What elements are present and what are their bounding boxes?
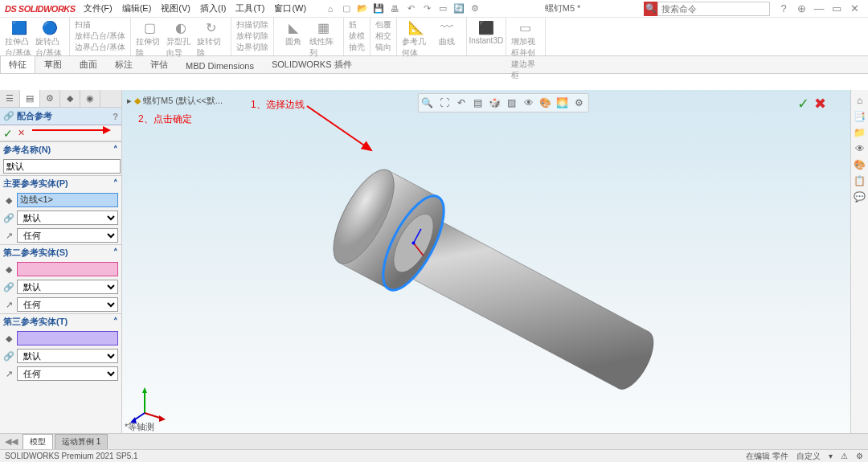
taskpane-props-icon[interactable]: 📋	[853, 174, 867, 188]
qat-open-icon[interactable]: 📂	[356, 2, 369, 15]
rib-button[interactable]: 筋	[349, 19, 357, 31]
corner-cancel-button[interactable]: ✖	[814, 95, 826, 112]
expand-icon[interactable]: ▸	[127, 96, 132, 106]
status-warning-icon[interactable]: ⚠	[841, 452, 848, 460]
taskpane-forum-icon[interactable]: 💬	[853, 190, 867, 204]
tab-surfaces[interactable]: 曲面	[71, 55, 106, 73]
mgr-tab-feature-tree[interactable]: ☰	[0, 90, 20, 107]
boundary-button[interactable]: 边界凸台/基体	[75, 42, 125, 53]
qat-print-icon[interactable]: 🖶	[388, 2, 401, 15]
hole-wizard-button[interactable]: ◐异型孔向导	[166, 19, 195, 59]
revolve-cut-button[interactable]: ↻旋转切除	[197, 19, 226, 59]
qat-new-icon[interactable]: ▢	[340, 2, 353, 15]
tertiary-entity-select[interactable]	[17, 331, 118, 345]
curves-button[interactable]: 〰曲线	[432, 19, 461, 47]
shell-button[interactable]: 抽壳	[349, 42, 365, 53]
qat-undo-icon[interactable]: ↶	[404, 2, 417, 15]
revolve-boss-button[interactable]: 🔵旋转凸台/基体	[35, 19, 64, 59]
mgr-tab-config[interactable]: ⚙	[40, 90, 60, 107]
view-settings-icon[interactable]: ⚙	[572, 96, 587, 110]
zoom-fit-icon[interactable]: 🔍	[420, 96, 435, 110]
maximize-icon[interactable]: ▭	[828, 2, 845, 14]
ref-geom-button[interactable]: 📐参考几何体	[402, 19, 431, 59]
taskpane-resources-icon[interactable]: 📑	[853, 109, 867, 124]
extrude-cut-button[interactable]: ▢拉伸切除	[136, 19, 165, 59]
pm-ok-button[interactable]: ✓	[3, 127, 13, 140]
pm-help-icon[interactable]: ?	[113, 112, 118, 121]
fillet-button[interactable]: ◣圆角	[279, 19, 308, 47]
qat-select-icon[interactable]: ▭	[436, 2, 449, 15]
bounding-box-button[interactable]: ▭增加视框并创建边界框	[511, 19, 540, 81]
status-caret-icon[interactable]: ▾	[829, 452, 833, 460]
taskpane-library-icon[interactable]: 📁	[853, 125, 867, 140]
tab-model[interactable]: 模型	[23, 434, 53, 450]
3d-viewport[interactable]: ▸ ◆ 螺钉M5 (默认<<默... 🔍 ⛶ ↶ ▤ 🎲 ▨ 👁 🎨 🌅 ⚙ ✓…	[122, 90, 850, 449]
taskpane-home-icon[interactable]: ⌂	[853, 93, 867, 108]
primary-type-select[interactable]: 默认	[17, 211, 118, 225]
bolt-model[interactable]	[267, 122, 829, 444]
sweep-cut-button[interactable]: 扫描切除	[236, 19, 268, 31]
taskpane-appearance-icon[interactable]: 🎨	[853, 157, 867, 172]
qat-options-icon[interactable]: ⚙	[469, 2, 481, 15]
tab-addins[interactable]: SOLIDWORKS 插件	[263, 55, 361, 73]
appearance-icon[interactable]: 🎨	[538, 96, 553, 110]
status-gear-icon[interactable]: ⚙	[856, 452, 863, 460]
mgr-tab-display[interactable]: ◉	[80, 90, 100, 107]
qat-home-icon[interactable]: ⌂	[324, 2, 337, 15]
secondary-entity-select[interactable]	[17, 262, 118, 276]
tertiary-type-select[interactable]: 默认	[17, 349, 118, 363]
menu-edit[interactable]: 编辑(E)	[122, 2, 152, 14]
tab-motion-study[interactable]: 运动算例 1	[55, 434, 108, 450]
draft-button[interactable]: 拔模	[349, 31, 365, 42]
updates-icon[interactable]: ⊕	[792, 2, 810, 14]
scene-icon[interactable]: 🌅	[555, 96, 570, 110]
instant3d-button[interactable]: ⬛Instant3D	[472, 19, 501, 45]
prev-view-icon[interactable]: ↶	[454, 96, 469, 110]
mgr-tab-dim[interactable]: ◆	[60, 90, 80, 107]
pm-cancel-button[interactable]: ✕	[18, 128, 25, 138]
menu-window[interactable]: 窗口(W)	[274, 2, 306, 14]
zoom-area-icon[interactable]: ⛶	[437, 96, 452, 110]
close-icon[interactable]: ✕	[845, 2, 863, 14]
tab-mbd[interactable]: MBD Dimensions	[177, 58, 263, 73]
boundary-cut-button[interactable]: 边界切除	[236, 42, 268, 53]
qat-redo-icon[interactable]: ↷	[420, 2, 433, 15]
feature-breadcrumb[interactable]: ▸ ◆ 螺钉M5 (默认<<默...	[127, 95, 223, 107]
intersect-button[interactable]: 相交	[375, 31, 391, 42]
taskpane-view-icon[interactable]: 👁	[853, 141, 867, 156]
qat-save-icon[interactable]: 💾	[372, 2, 385, 15]
sweep-button[interactable]: 扫描	[75, 19, 91, 31]
menu-file[interactable]: 文件(F)	[84, 2, 113, 14]
loft-button[interactable]: 放样凸台/基体	[75, 31, 125, 42]
qat-rebuild-icon[interactable]: 🔄	[452, 2, 465, 15]
tertiary-ref-header[interactable]: 第三参考实体(T)˄	[0, 313, 121, 329]
menu-insert[interactable]: 插入(I)	[200, 2, 226, 14]
primary-ref-header[interactable]: 主要参考实体(P)˄	[0, 175, 121, 191]
corner-ok-button[interactable]: ✓	[797, 95, 809, 112]
ref-name-input[interactable]	[3, 159, 121, 174]
status-units[interactable]: 自定义	[796, 451, 821, 462]
tertiary-align-select[interactable]: 任何	[17, 366, 118, 381]
loft-cut-button[interactable]: 放样切除	[236, 31, 268, 42]
tabs-nav-prev[interactable]: ◀◀	[2, 436, 21, 447]
mirror-button[interactable]: 镜向	[375, 42, 391, 53]
minimize-icon[interactable]: —	[810, 2, 828, 14]
help-icon[interactable]: ?	[775, 2, 792, 14]
secondary-ref-header[interactable]: 第二参考实体(S)˄	[0, 244, 121, 260]
mgr-tab-property[interactable]: ▤	[20, 90, 40, 107]
section-view-icon[interactable]: ▤	[471, 96, 485, 110]
secondary-type-select[interactable]: 默认	[17, 280, 118, 294]
search-input[interactable]	[657, 2, 770, 16]
orientation-triad[interactable]	[129, 385, 169, 425]
primary-entity-select[interactable]: 边线<1>	[17, 193, 118, 207]
tab-sketch[interactable]: 草图	[35, 55, 71, 73]
primary-align-select[interactable]: 任何	[17, 228, 118, 243]
tab-markup[interactable]: 标注	[106, 55, 141, 73]
view-orient-icon[interactable]: 🎲	[488, 96, 502, 110]
menu-view[interactable]: 视图(V)	[161, 2, 190, 14]
menu-tools[interactable]: 工具(T)	[235, 2, 264, 14]
hide-show-icon[interactable]: 👁	[522, 96, 536, 110]
display-style-icon[interactable]: ▨	[505, 96, 519, 110]
secondary-align-select[interactable]: 任何	[17, 297, 118, 312]
tab-evaluate[interactable]: 评估	[141, 55, 177, 73]
